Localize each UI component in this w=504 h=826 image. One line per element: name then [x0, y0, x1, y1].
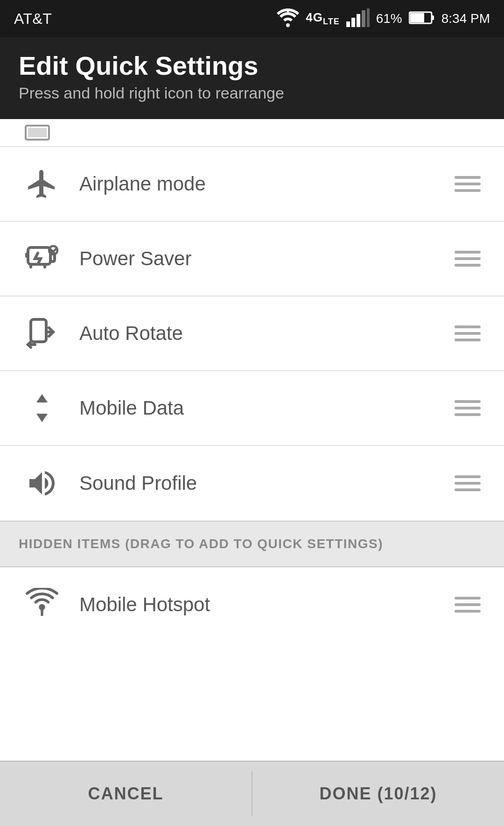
auto-rotate-icon — [19, 317, 65, 350]
svg-rect-5 — [367, 8, 370, 27]
hidden-section-label: HIDDEN ITEMS (DRAG TO ADD TO QUICK SETTI… — [19, 537, 383, 551]
svg-rect-1 — [346, 21, 350, 27]
sound-profile-icon — [19, 466, 65, 500]
partial-item-icon — [19, 123, 56, 142]
carrier-label: AT&T — [14, 10, 52, 28]
auto-rotate-label: Auto Rotate — [65, 322, 450, 345]
signal-icon — [346, 8, 370, 29]
status-bar: AT&T 4GLTE 61% — [0, 0, 504, 37]
page-title: Edit Quick Settings — [19, 51, 485, 80]
mobile-hotspot-icon — [19, 588, 65, 621]
svg-rect-4 — [362, 10, 365, 27]
list-item[interactable]: Power Saver — [0, 222, 504, 297]
list-item[interactable]: Mobile Data — [0, 371, 504, 446]
power-saver-icon — [19, 242, 65, 275]
power-saver-label: Power Saver — [65, 247, 450, 270]
sound-profile-label: Sound Profile — [65, 472, 450, 494]
mobile-hotspot-label: Mobile Hotspot — [65, 593, 450, 616]
quick-settings-list: Airplane mode Power Saver — [0, 147, 504, 521]
drag-handle[interactable] — [450, 321, 485, 346]
wifi-icon — [277, 8, 299, 29]
drag-handle[interactable] — [450, 592, 485, 617]
list-item[interactable]: Airplane mode — [0, 147, 504, 222]
hidden-items-list: Mobile Hotspot — [0, 567, 504, 642]
battery-percent: 61% — [376, 11, 402, 26]
svg-rect-7 — [410, 13, 424, 22]
svg-rect-13 — [31, 319, 46, 342]
cancel-button[interactable]: CANCEL — [0, 762, 252, 826]
svg-rect-8 — [432, 15, 434, 20]
list-item[interactable]: Mobile Hotspot — [0, 567, 504, 642]
drag-handle[interactable] — [450, 171, 485, 197]
footer-actions: CANCEL DONE (10/12) — [0, 761, 504, 826]
svg-rect-10 — [28, 128, 47, 137]
airplane-mode-label: Airplane mode — [65, 173, 450, 195]
status-icons-group: 4GLTE 61% 8:34 PM — [277, 8, 490, 29]
battery-icon — [409, 10, 435, 27]
list-item[interactable]: Auto Rotate — [0, 297, 504, 371]
time-label: 8:34 PM — [441, 11, 490, 26]
list-item[interactable]: Sound Profile — [0, 446, 504, 521]
done-button[interactable]: DONE (10/12) — [252, 762, 504, 826]
drag-handle[interactable] — [450, 471, 485, 496]
mobile-data-label: Mobile Data — [65, 397, 450, 419]
mobile-data-icon — [19, 391, 65, 425]
network-type-label: 4GLTE — [306, 10, 339, 27]
partial-visible-item — [0, 119, 504, 147]
hidden-section-header: HIDDEN ITEMS (DRAG TO ADD TO QUICK SETTI… — [0, 521, 504, 567]
svg-rect-2 — [351, 18, 355, 27]
airplane-mode-icon — [19, 167, 65, 201]
svg-rect-3 — [357, 14, 360, 27]
drag-handle[interactable] — [450, 395, 485, 421]
page-subtitle: Press and hold right icon to rearrange — [19, 84, 485, 102]
drag-handle[interactable] — [450, 246, 485, 271]
page-header: Edit Quick Settings Press and hold right… — [0, 37, 504, 119]
